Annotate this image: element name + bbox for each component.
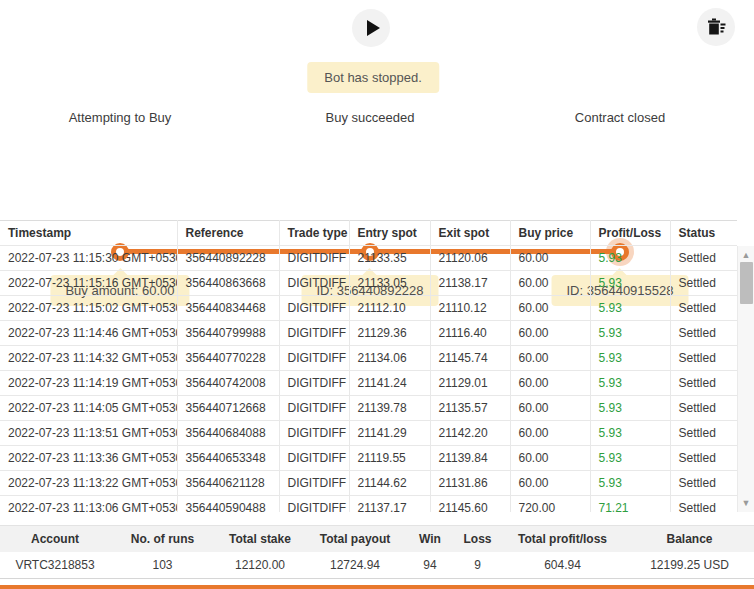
tx-cell: Settled: [670, 296, 737, 321]
table-scrollbar[interactable]: ▲ ▼: [737, 246, 754, 512]
summary-cell: 12199.25 USD: [625, 552, 754, 579]
tx-column-header: Trade type: [279, 221, 349, 246]
tx-cell: 21142.20: [430, 421, 510, 446]
tx-cell: 21137.17: [349, 496, 430, 513]
tx-cell: DIGITDIFF: [279, 471, 349, 496]
tx-body: 2022-07-23 11:15:30 GMT+0530356440892228…: [0, 246, 737, 513]
tx-cell: DIGITDIFF: [279, 296, 349, 321]
scrollbar-thumb[interactable]: [740, 262, 753, 304]
tx-cell: 21145.74: [430, 346, 510, 371]
tx-cell: DIGITDIFF: [279, 321, 349, 346]
tx-cell: 5.93: [590, 446, 670, 471]
tx-cell: 21129.01: [430, 371, 510, 396]
tx-column-header: Timestamp: [0, 221, 177, 246]
tx-column-header: Reference: [177, 221, 279, 246]
tx-cell: 60.00: [510, 296, 590, 321]
clear-log-button[interactable]: [697, 8, 735, 46]
table-row: 2022-07-23 11:13:51 GMT+0530356440684088…: [0, 421, 737, 446]
tx-cell: 356440892228: [177, 246, 279, 271]
tx-cell: DIGITDIFF: [279, 396, 349, 421]
tx-cell: 2022-07-23 11:13:22 GMT+0530: [0, 471, 177, 496]
tx-cell: 21139.78: [349, 396, 430, 421]
table-row: 2022-07-23 11:14:05 GMT+0530356440712668…: [0, 396, 737, 421]
tx-cell: 21134.06: [349, 346, 430, 371]
tx-cell: 356440742008: [177, 371, 279, 396]
tx-cell: 21145.60: [430, 496, 510, 513]
transactions-table: TimestampReferenceTrade typeEntry spotEx…: [0, 220, 737, 512]
summary-cell: 604.94: [500, 552, 625, 579]
tx-cell: 60.00: [510, 371, 590, 396]
summary-column-header: No. of runs: [110, 526, 215, 553]
table-row: 2022-07-23 11:14:32 GMT+0530356440770228…: [0, 346, 737, 371]
tx-cell: Settled: [670, 496, 737, 513]
tx-cell: 60.00: [510, 271, 590, 296]
table-row: 2022-07-23 11:13:06 GMT+0530356440590488…: [0, 496, 737, 513]
tx-cell: 60.00: [510, 346, 590, 371]
tx-cell: 356440684088: [177, 421, 279, 446]
summary-column-header: Balance: [625, 526, 754, 553]
tx-cell: 5.93: [590, 421, 670, 446]
tx-cell: 5.93: [590, 471, 670, 496]
tx-cell: 21139.84: [430, 446, 510, 471]
tx-cell: 21116.40: [430, 321, 510, 346]
tx-cell: 2022-07-23 11:15:02 GMT+0530: [0, 296, 177, 321]
tx-cell: 21141.29: [349, 421, 430, 446]
tx-cell: 720.00: [510, 496, 590, 513]
tx-cell: 5.93: [590, 396, 670, 421]
summary-column-header: Total profit/loss: [500, 526, 625, 553]
tx-cell: 2022-07-23 11:15:16 GMT+0530: [0, 271, 177, 296]
tx-cell: 356440621128: [177, 471, 279, 496]
table-row: 2022-07-23 11:13:36 GMT+0530356440653348…: [0, 446, 737, 471]
tx-cell: 21119.55: [349, 446, 430, 471]
tx-cell: Settled: [670, 246, 737, 271]
tx-cell: Settled: [670, 371, 737, 396]
tx-cell: 21144.62: [349, 471, 430, 496]
summary-cell: 103: [110, 552, 215, 579]
tx-cell: Settled: [670, 421, 737, 446]
summary-cell: 12120.00: [215, 552, 305, 579]
table-row: 2022-07-23 11:14:19 GMT+0530356440742008…: [0, 371, 737, 396]
summary-cell: VRTC3218853: [0, 552, 110, 579]
tx-cell: Settled: [670, 271, 737, 296]
table-row: 2022-07-23 11:15:02 GMT+0530356440834468…: [0, 296, 737, 321]
tx-cell: 2022-07-23 11:13:06 GMT+0530: [0, 496, 177, 513]
tx-cell: 21141.24: [349, 371, 430, 396]
contract-stepper: Attempting to Buy Buy amount: 60.00 Buy …: [0, 100, 754, 210]
tx-cell: 356440834468: [177, 296, 279, 321]
summary-cell: 94: [405, 552, 455, 579]
tx-cell: 2022-07-23 11:13:36 GMT+0530: [0, 446, 177, 471]
step-label: Contract closed: [575, 110, 665, 125]
summary-header-row: AccountNo. of runsTotal stakeTotal payou…: [0, 526, 754, 553]
tx-column-header: Exit spot: [430, 221, 510, 246]
tx-cell: 2022-07-23 11:14:19 GMT+0530: [0, 371, 177, 396]
tx-cell: 356440653348: [177, 446, 279, 471]
summary-data-row: VRTC321885310312120.0012724.94949604.941…: [0, 552, 754, 579]
transactions-table-container: TimestampReferenceTrade typeEntry spotEx…: [0, 220, 754, 512]
tx-column-header: Entry spot: [349, 221, 430, 246]
summary-table: AccountNo. of runsTotal stakeTotal payou…: [0, 525, 754, 579]
summary-column-header: Total stake: [215, 526, 305, 553]
tx-cell: Settled: [670, 346, 737, 371]
step-label: Attempting to Buy: [69, 110, 172, 125]
scroll-up-icon[interactable]: ▲: [738, 248, 754, 262]
summary-cell: 12724.94: [305, 552, 405, 579]
tx-cell: Settled: [670, 321, 737, 346]
tx-cell: Settled: [670, 396, 737, 421]
tx-cell: 21135.57: [430, 396, 510, 421]
run-bot-button[interactable]: [352, 9, 390, 47]
tx-cell: 5.93: [590, 371, 670, 396]
tx-cell: 356440799988: [177, 321, 279, 346]
scroll-down-icon[interactable]: ▼: [738, 496, 754, 510]
tx-cell: 5.93: [590, 321, 670, 346]
tx-cell: 21110.12: [430, 296, 510, 321]
tx-cell: 60.00: [510, 446, 590, 471]
summary-column-header: Loss: [455, 526, 500, 553]
tx-cell: 21112.10: [349, 296, 430, 321]
tx-cell: 2022-07-23 11:14:32 GMT+0530: [0, 346, 177, 371]
tx-cell: 60.00: [510, 421, 590, 446]
tx-cell: DIGITDIFF: [279, 446, 349, 471]
tx-cell: 60.00: [510, 471, 590, 496]
tx-cell: 5.93: [590, 346, 670, 371]
tx-cell: 60.00: [510, 246, 590, 271]
table-row: 2022-07-23 11:13:22 GMT+0530356440621128…: [0, 471, 737, 496]
